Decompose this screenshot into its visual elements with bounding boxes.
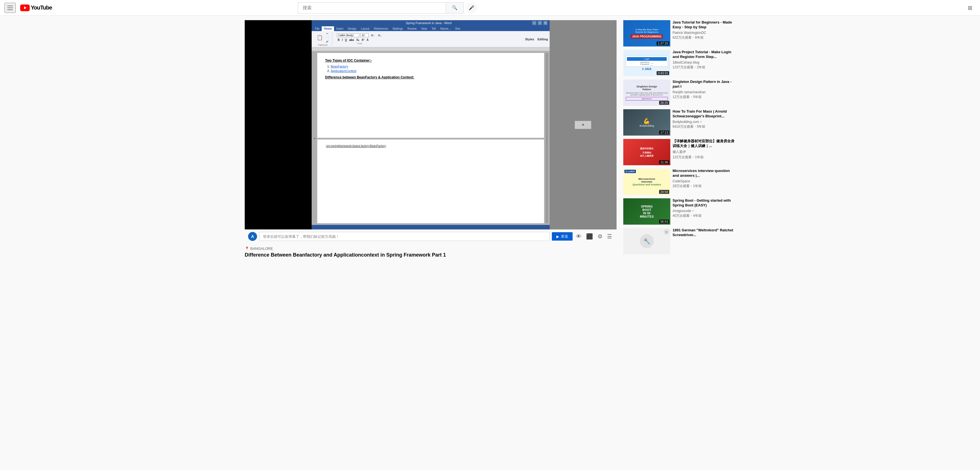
font-name[interactable]: Calibri (Body) xyxy=(337,33,359,37)
decrease-font-btn[interactable]: A↓ xyxy=(377,33,383,37)
video-content: Spring Framework in Java - Word ─ □ ✕ Fi… xyxy=(245,20,617,229)
eye-button[interactable]: 👁 xyxy=(575,232,583,241)
video-black-right: ⊞ xyxy=(550,20,617,229)
subscript-btn[interactable]: X₂ xyxy=(356,38,360,42)
word-tab-file[interactable]: File xyxy=(313,26,322,31)
beantfactory-link[interactable]: BeanFactory xyxy=(331,65,348,68)
rec-item-8[interactable]: 🔧 ✕ 1891 German "Weltrekord" Ratchet Scr… xyxy=(623,228,735,254)
ribbon-font-group: Calibri (Body) 20 A↑ A↓ B I U abc xyxy=(335,33,385,45)
rec-meta-5: 122万次观看・1年前 xyxy=(673,155,735,160)
word-minimize-btn[interactable]: ─ xyxy=(532,21,536,25)
strikethrough-btn[interactable]: abc xyxy=(348,38,355,42)
word-tab-design[interactable]: Design xyxy=(345,26,359,31)
word-tab-insert[interactable]: Insert xyxy=(334,26,345,31)
menu-button[interactable] xyxy=(5,3,16,13)
word-tab-navne[interactable]: Navne... xyxy=(438,26,453,31)
rec-item-7[interactable]: SPRINGBOOTIN 50MINUTES 56:53 Spring Boot… xyxy=(623,198,735,225)
rec-duration-4: 17:13 xyxy=(659,131,669,134)
youtube-logo[interactable]: YouTube xyxy=(20,5,52,11)
underline-btn[interactable]: U xyxy=(344,38,348,42)
rec-info-2: Java Project Tutorial - Make Login and R… xyxy=(673,50,735,76)
search-form: 🔍 xyxy=(298,2,464,13)
ribbon-paste-btn[interactable]: 📋 xyxy=(315,34,324,41)
word-title: Spring Framework in Java - Word xyxy=(325,21,532,25)
settings-button[interactable]: ⚙ xyxy=(597,232,604,241)
rec-item-3[interactable]: Singleton DesignPattern Structure that a… xyxy=(623,80,735,106)
search-button[interactable]: 🔍 xyxy=(446,2,464,13)
italic-btn[interactable]: I xyxy=(341,38,344,42)
rec-channel-2: 1BestCsharp blog xyxy=(673,61,735,64)
format-buttons: B I U abc X₂ X² A xyxy=(337,38,383,42)
appcontext-link[interactable]: ApplicationContext xyxy=(331,69,356,73)
subtitle-icon: ⬛ xyxy=(586,233,593,239)
rec-title-8: 1891 German "Weltrekord" Ratchet Screwdr… xyxy=(673,228,735,237)
word-ruler xyxy=(312,47,550,51)
rec-duration-7: 56:53 xyxy=(659,220,669,223)
rec-item-5[interactable]: 器材对应部位 不再害怕自己上健身房 11:36 【详解健身器材对应部位】健身房全… xyxy=(623,139,735,165)
rec-thumb-5: 器材对应部位 不再害怕自己上健身房 11:36 xyxy=(623,139,670,165)
ribbon-format-painter-btn[interactable]: 🖌 xyxy=(325,40,330,43)
ribbon-cut-btn[interactable]: ✂ xyxy=(325,32,330,35)
header: YouTube 🔍 🎤 ⊞ xyxy=(0,0,980,16)
video-black-left xyxy=(245,20,312,229)
send-icon: ▶ xyxy=(556,234,559,239)
font-label: Font xyxy=(358,42,362,45)
apps-button[interactable]: ⊞ xyxy=(964,2,975,13)
youtube-logo-text: YouTube xyxy=(31,5,52,11)
rec-title-5: 【详解健身器材对应部位】健身房全身训练大全｜健人训練｜... xyxy=(673,139,735,148)
voice-search-button[interactable]: 🎤 xyxy=(466,2,477,13)
rec-channel-7: Amigoscode ✓ xyxy=(673,209,735,213)
ribbon-copy-btn[interactable]: 📄 xyxy=(325,36,330,39)
word-titlebar: Spring Framework in Java - Word ─ □ ✕ xyxy=(312,20,550,26)
rec-title-2: Java Project Tutorial - Make Login and R… xyxy=(673,50,735,59)
word-page-2: org.springframework.beans.factory.BeanFa… xyxy=(317,140,544,223)
main-content: Spring Framework in Java - Word ─ □ ✕ Fi… xyxy=(238,16,742,264)
rec-duration-6: 20:58 xyxy=(659,190,669,194)
word-tab-review[interactable]: Review xyxy=(405,26,419,31)
video-title: Difference Between Beanfactory and Appli… xyxy=(245,252,617,258)
search-input[interactable] xyxy=(298,2,446,13)
list-icon: ☰ xyxy=(607,233,612,239)
video-player[interactable]: Spring Framework in Java - Word ─ □ ✕ Fi… xyxy=(245,20,617,229)
clipboard-label: Clipboard xyxy=(318,44,327,46)
word-tab-share[interactable]: Sha xyxy=(453,26,463,31)
word-tab-view[interactable]: View xyxy=(419,26,430,31)
header-right: ⊞ xyxy=(964,2,975,13)
word-tab-tell[interactable]: Tell xyxy=(429,26,438,31)
verified-icon-7: ✓ xyxy=(692,209,694,212)
word-tab-references[interactable]: References xyxy=(372,26,390,31)
font-size[interactable]: 20 xyxy=(360,33,369,37)
video-location: 📍 BANGALORE xyxy=(245,247,617,251)
video-meta: 📍 BANGALORE Difference Between Beanfacto… xyxy=(245,243,617,260)
word-tab-mailings[interactable]: Mailings xyxy=(390,26,405,31)
rec-thumb-1: A Step-By-Step VideoTutorial for Beginne… xyxy=(623,20,670,46)
rec-item-2[interactable]: Login Username: ___ Password: ___ # JAVA… xyxy=(623,50,735,76)
superscript-btn[interactable]: X² xyxy=(361,38,365,42)
increase-font-btn[interactable]: A↑ xyxy=(370,33,376,37)
word-tab-home[interactable]: Home xyxy=(322,26,334,31)
rec-item-6[interactable]: MicroservicesInterview Questions and Ans… xyxy=(623,169,735,195)
editing-label: Editing xyxy=(538,38,548,41)
rec-info-4: How To Train For Mass | Arnold Schwarzen… xyxy=(673,109,735,135)
rec-item-4[interactable]: 💪 Bodybuilding 17:13 How To Train For Ma… xyxy=(623,109,735,135)
word-tab-layout[interactable]: Layout xyxy=(359,26,372,31)
word-body: ◀ Two Types of IOC Container:- BeanFacto… xyxy=(312,51,550,225)
sidebar: A Step-By-Step VideoTutorial for Beginne… xyxy=(623,20,735,260)
rec-channel-5: 健人蓋伊 xyxy=(673,150,735,155)
rec-info-5: 【详解健身器材对应部位】健身房全身训练大全｜健人训練｜... 健人蓋伊 122万… xyxy=(673,139,735,165)
send-button[interactable]: ▶ 发送 xyxy=(552,232,573,241)
queue-button[interactable]: ☰ xyxy=(606,232,613,241)
subtitle-button[interactable]: ⬛ xyxy=(585,232,594,241)
ribbon-clipboard: 📋 ✂ 📄 🖌 Clipboard xyxy=(313,32,332,46)
rec-item-1[interactable]: A Step-By-Step VideoTutorial for Beginne… xyxy=(623,20,735,46)
word-scrollbar[interactable] xyxy=(546,53,548,223)
text-effects-btn[interactable]: A xyxy=(366,38,369,42)
rec-thumb-4: 💪 Bodybuilding 17:13 xyxy=(623,109,670,135)
word-close-btn[interactable]: ✕ xyxy=(544,21,547,25)
rec-meta-7: 40万次观看・4年前 xyxy=(673,213,735,218)
word-maximize-btn[interactable]: □ xyxy=(538,21,542,25)
rec-info-1: Java Tutorial for Beginners - Made Easy … xyxy=(673,20,735,46)
grid-icon: ⊞ xyxy=(968,5,972,11)
bold-btn[interactable]: B xyxy=(337,38,340,42)
comment-input[interactable] xyxy=(259,232,550,241)
